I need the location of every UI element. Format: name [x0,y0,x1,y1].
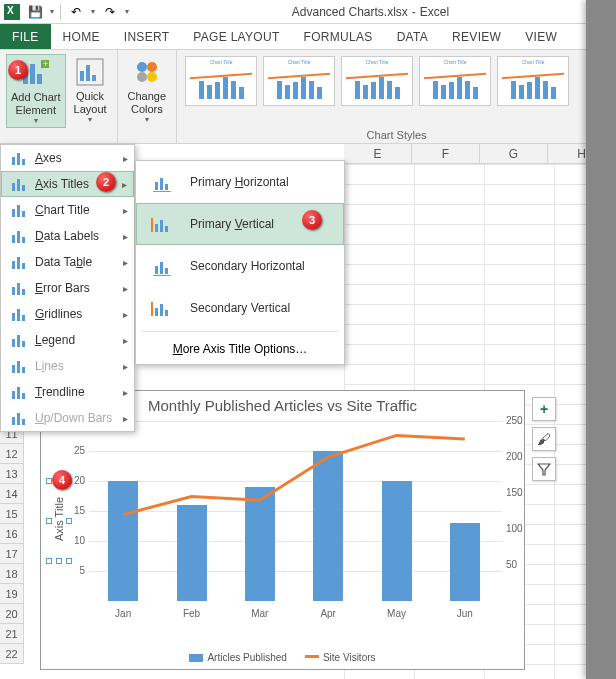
menu-item-legend[interactable]: Legend▸ [1,327,134,353]
funnel-icon [537,462,551,476]
svg-rect-19 [160,220,163,232]
chart-style-4[interactable]: Chart Title [419,56,491,106]
axis-title-glyph-icon [148,213,176,235]
row-header[interactable]: 13 [0,464,24,484]
menu-item-lines: Lines▸ [1,353,134,379]
row-header[interactable]: 17 [0,544,24,564]
save-button[interactable]: 💾 [26,3,44,21]
submenu-item-primary-horizontal[interactable]: Primary Horizontal [136,161,344,203]
row-header[interactable]: 14 [0,484,24,504]
chart-glyph-icon [9,176,27,192]
callout-badge-3: 3 [302,210,322,230]
legend-item-bars[interactable]: Articles Published [189,652,286,663]
chart-glyph-icon [9,410,27,426]
submenu-arrow-icon: ▸ [123,387,128,398]
svg-rect-2 [37,74,42,84]
menu-item-gridlines[interactable]: Gridlines▸ [1,301,134,327]
menu-item-data-labels[interactable]: Data Labels▸ [1,223,134,249]
brush-icon: 🖌 [537,431,551,447]
col-header[interactable]: H [548,144,616,164]
tab-view[interactable]: VIEW [513,24,569,49]
menu-item-trendline[interactable]: Trendline▸ [1,379,134,405]
row-header[interactable]: 16 [0,524,24,544]
quick-layout-button[interactable]: Quick Layout ▾ [70,54,111,128]
svg-rect-26 [155,308,158,316]
y2-axis-tick: 100 [506,523,532,534]
chart-elements-button[interactable]: + [532,397,556,421]
col-header[interactable]: E [344,144,412,164]
row-header[interactable]: 12 [0,444,24,464]
change-colors-label: Change Colors [128,90,167,115]
tab-file[interactable]: FILE [0,24,51,49]
vertical-axis-title[interactable]: Axis Title [49,481,69,561]
tab-insert[interactable]: INSERT [112,24,182,49]
chart-style-2[interactable]: Chart Title [263,56,335,106]
submenu-item-secondary-horizontal[interactable]: Secondary Horizontal [136,245,344,287]
menu-item-error-bars[interactable]: Error Bars▸ [1,275,134,301]
menu-item-data-table[interactable]: Data Table▸ [1,249,134,275]
row-header[interactable]: 20 [0,604,24,624]
x-axis-tick: May [367,608,427,619]
svg-rect-16 [165,184,168,190]
menu-item-chart-title[interactable]: Chart Title▸ [1,197,134,223]
chart-filters-button[interactable] [532,457,556,481]
legend-item-line[interactable]: Site Visitors [305,652,376,663]
svg-rect-6 [80,71,84,81]
x-axis-tick: Jun [435,608,495,619]
col-header[interactable]: G [480,144,548,164]
redo-button[interactable]: ↷ [101,3,119,21]
row-header[interactable]: 22 [0,644,24,664]
tab-data[interactable]: DATA [385,24,440,49]
submenu-item-secondary-vertical[interactable]: Secondary Vertical [136,287,344,329]
submenu-arrow-icon: ▸ [123,335,128,346]
row-header[interactable]: 19 [0,584,24,604]
chart-glyph-icon [9,358,27,374]
undo-dropdown-icon[interactable]: ▾ [91,7,95,16]
chart-legend[interactable]: Articles Published Site Visitors [41,652,524,663]
callout-badge-4: 4 [52,470,72,490]
svg-rect-27 [160,304,163,316]
tab-formulas[interactable]: FORMULAS [292,24,385,49]
x-axis-tick: Apr [298,608,358,619]
svg-rect-1 [30,64,35,84]
group-chart-styles: Chart Title Chart Title Chart Title Char… [177,50,616,143]
chart-style-5[interactable]: Chart Title [497,56,569,106]
tab-home[interactable]: HOME [51,24,112,49]
callout-badge-1: 1 [8,60,28,80]
title-bar: 💾 ▾ ↶ ▾ ↷ ▾ Advanced Charts.xlsx - Excel [0,0,616,24]
svg-rect-7 [86,65,90,81]
submenu-item-label: Secondary Horizontal [190,259,305,273]
submenu-more-options[interactable]: More Axis Title Options… [136,334,344,364]
embedded-chart[interactable]: Monthly Published Articles vs Site Traff… [40,390,525,670]
row-header[interactable]: 21 [0,624,24,644]
submenu-arrow-icon: ▸ [123,153,128,164]
change-colors-button[interactable]: Change Colors ▾ [124,54,171,126]
line-series[interactable] [89,421,499,601]
row-header[interactable]: 15 [0,504,24,524]
undo-button[interactable]: ↶ [67,3,85,21]
plus-icon: + [540,401,548,417]
tab-review[interactable]: REVIEW [440,24,513,49]
menu-item-label: Axes [35,151,62,165]
save-dropdown-icon[interactable]: ▾ [50,7,54,16]
svg-rect-25 [153,275,171,276]
chevron-down-icon: ▾ [145,115,149,124]
chart-style-3[interactable]: Chart Title [341,56,413,106]
row-header[interactable]: 18 [0,564,24,584]
quick-layout-label: Quick Layout [74,90,107,115]
tab-page-layout[interactable]: PAGE LAYOUT [181,24,291,49]
submenu-arrow-icon: ▸ [123,205,128,216]
menu-item-label: Gridlines [35,307,82,321]
svg-point-9 [137,62,147,72]
col-header[interactable]: F [412,144,480,164]
y-axis-tick: 25 [63,445,85,456]
ribbon: + Add Chart Element ▾ Quick Layout ▾ [0,50,616,144]
add-chart-element-menu: Axes▸Axis Titles▸Chart Title▸Data Labels… [0,144,135,432]
menu-item-label: Legend [35,333,75,347]
y-axis-tick: 15 [63,505,85,516]
plot-area[interactable]: 5101520253050100150200250JanFebMarAprMay… [89,421,502,601]
chart-styles-button[interactable]: 🖌 [532,427,556,451]
chart-side-buttons: + 🖌 [532,397,556,481]
chart-style-1[interactable]: Chart Title [185,56,257,106]
menu-item-axes[interactable]: Axes▸ [1,145,134,171]
